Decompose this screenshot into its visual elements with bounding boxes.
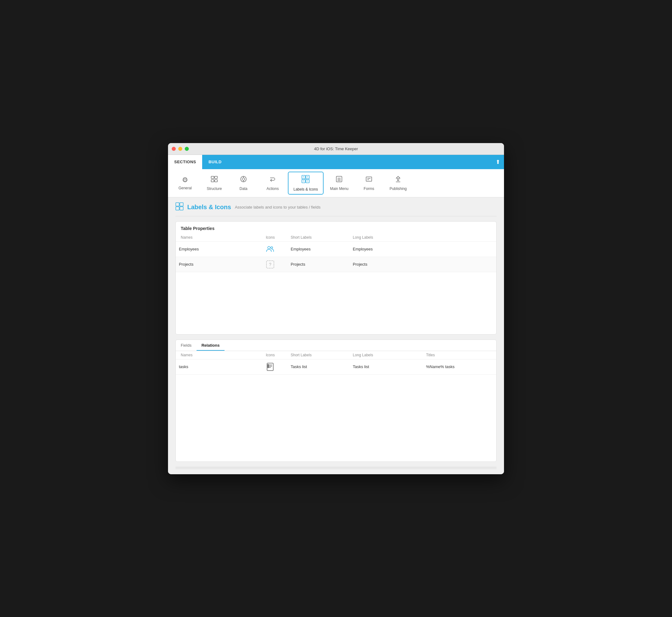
svg-rect-16	[336, 176, 342, 182]
toolbar-general-label: General	[179, 186, 192, 190]
nav-right: ⬆	[496, 155, 504, 169]
tab-relations[interactable]: Relations	[197, 340, 225, 351]
close-button[interactable]	[172, 147, 176, 151]
main-menu-icon	[335, 175, 343, 185]
cell-name: Employees	[179, 247, 199, 251]
table-row[interactable]: Employees	[176, 242, 263, 257]
toolbar-publishing[interactable]: Publishing	[384, 172, 412, 195]
col-header-short-labels: Short Labels	[288, 233, 350, 242]
cell-short-label: Projects	[291, 262, 305, 267]
labels-icon	[301, 175, 310, 185]
table-properties-section: Table Properties Names Icons Short Label…	[175, 221, 497, 335]
toolbar-data[interactable]: Data	[229, 172, 258, 195]
table-cell-icon-projects[interactable]: ?	[263, 257, 288, 272]
svg-rect-37	[268, 366, 269, 367]
table-cell-extra-projects	[423, 257, 496, 272]
svg-rect-20	[366, 177, 372, 181]
publishing-icon	[394, 175, 402, 185]
cell-name: Projects	[179, 262, 193, 267]
rel-cell-long-tasks[interactable]: Tasks list	[350, 359, 423, 375]
page-header-icon	[175, 202, 183, 212]
tab-fields[interactable]: Fields	[176, 340, 197, 351]
col-header-icons: Icons	[263, 233, 288, 242]
gear-icon: ⚙	[182, 176, 188, 184]
toolbar-labels-label: Labels & Icons	[294, 187, 318, 192]
bottom-scroll-area	[175, 467, 497, 469]
maximize-button[interactable]	[185, 147, 189, 151]
table-cell-extra-employees	[423, 242, 496, 257]
main-window: 4D for iOS: Time Keeper SECTIONS BUILD ⬆…	[168, 143, 504, 474]
toolbar: ⚙ General Structure	[168, 169, 504, 197]
toolbar-structure[interactable]: Structure	[200, 172, 228, 195]
actions-icon	[269, 175, 276, 185]
window-controls	[172, 147, 189, 151]
table-row[interactable]: tasks	[176, 359, 263, 375]
toolbar-actions-label: Actions	[267, 187, 279, 191]
employees-icon	[266, 245, 275, 253]
table-properties-title: Table Properties	[176, 222, 496, 233]
toolbar-structure-label: Structure	[207, 187, 222, 191]
table-cell-long-projects[interactable]: Projects	[350, 257, 423, 272]
rel-cell-short-tasks[interactable]: Tasks list	[288, 359, 350, 375]
toolbar-publishing-label: Publishing	[389, 187, 406, 191]
rel-col-header-names: Names	[176, 351, 263, 359]
sections-tab[interactable]: SECTIONS	[168, 155, 202, 169]
page-content: Labels & Icons Associate labels and icon…	[168, 197, 504, 474]
toolbar-forms[interactable]: Forms	[355, 172, 383, 195]
cell-title: %Name% tasks	[426, 364, 455, 369]
rel-cell-icon-tasks[interactable]	[263, 359, 288, 375]
structure-icon	[210, 175, 218, 185]
svg-rect-2	[211, 180, 214, 182]
table-cell-long-employees[interactable]: Employees	[350, 242, 423, 257]
window-title: 4D for iOS: Time Keeper	[314, 147, 358, 151]
svg-rect-25	[180, 203, 183, 206]
svg-point-28	[268, 246, 270, 249]
cell-long-label: Employees	[353, 247, 373, 251]
toolbar-actions[interactable]: Actions	[259, 172, 287, 195]
table-cell-short-projects[interactable]: Projects	[288, 257, 350, 272]
rel-col-header-titles: Titles	[423, 351, 496, 359]
svg-text:?: ?	[269, 262, 272, 267]
rel-col-header-long-labels: Long Labels	[350, 351, 423, 359]
rel-col-header-short-labels: Short Labels	[288, 351, 350, 359]
svg-point-5	[242, 178, 245, 180]
toolbar-data-label: Data	[239, 187, 247, 191]
toolbar-forms-label: Forms	[364, 187, 374, 191]
minimize-button[interactable]	[178, 147, 182, 151]
page-description: Associate labels and icons to your table…	[235, 205, 321, 209]
svg-rect-36	[268, 364, 269, 365]
svg-rect-26	[176, 207, 179, 210]
col-header-long-labels: Long Labels	[350, 233, 423, 242]
tasks-list-icon	[266, 363, 275, 371]
upload-icon[interactable]: ⬆	[496, 159, 500, 165]
title-bar: 4D for iOS: Time Keeper	[168, 143, 504, 155]
table-empty-area	[176, 272, 496, 334]
build-tab[interactable]: BUILD	[202, 155, 228, 169]
svg-rect-1	[214, 176, 217, 179]
cell-short-label: Tasks list	[291, 364, 307, 369]
col-header-extra	[423, 233, 496, 242]
svg-rect-3	[214, 180, 217, 182]
svg-rect-0	[211, 176, 214, 179]
cell-long-label: Projects	[353, 262, 367, 267]
cell-long-label: Tasks list	[353, 364, 369, 369]
top-navigation: SECTIONS BUILD ⬆	[168, 155, 504, 169]
page-title: Labels & Icons	[187, 204, 231, 211]
col-header-names: Names	[176, 233, 263, 242]
rel-cell-title-tasks[interactable]: %Name% tasks	[423, 359, 496, 375]
toolbar-main-menu[interactable]: Main Menu	[325, 172, 354, 195]
table-cell-icon-employees[interactable]	[263, 242, 288, 257]
toolbar-labels-icons[interactable]: Labels & Icons	[288, 172, 324, 195]
cell-name: tasks	[179, 364, 188, 369]
table-properties-grid: Names Icons Short Labels Long Labels Emp…	[176, 233, 496, 272]
table-row[interactable]: Projects	[176, 257, 263, 272]
table-cell-short-employees[interactable]: Employees	[288, 242, 350, 257]
relations-empty-area	[176, 375, 496, 461]
toolbar-main-menu-label: Main Menu	[330, 187, 348, 191]
svg-rect-27	[180, 207, 183, 210]
relations-grid: Names Icons Short Labels Long Labels Tit…	[176, 351, 496, 375]
svg-rect-24	[176, 203, 179, 206]
svg-rect-38	[268, 367, 269, 368]
toolbar-general[interactable]: ⚙ General	[171, 172, 199, 195]
cell-short-label: Employees	[291, 247, 311, 251]
